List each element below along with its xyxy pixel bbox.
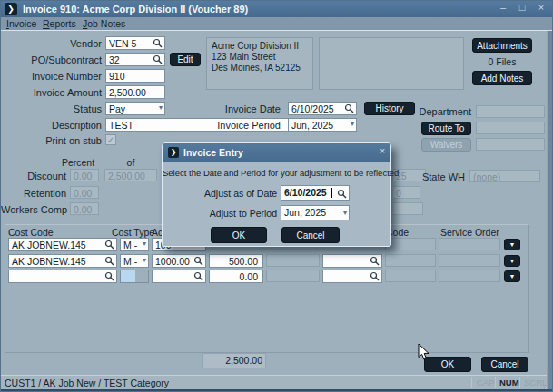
retention-percent-field: 0.00 <box>70 186 99 199</box>
workers-comp-percent-field: 0.00 <box>70 202 99 215</box>
invoice-number-value: 910 <box>109 71 125 82</box>
grid-cell-lookup[interactable] <box>322 270 382 283</box>
department-field <box>476 105 545 118</box>
search-icon[interactable] <box>104 240 114 251</box>
search-icon[interactable] <box>104 256 114 268</box>
grid-cell-account[interactable]: 1000.00 <box>152 254 206 268</box>
num-lock-indicator: NUM <box>499 377 519 387</box>
edit-button[interactable]: Edit <box>170 53 201 66</box>
search-icon[interactable] <box>104 271 114 283</box>
grid-cell-cost-code[interactable] <box>8 270 117 283</box>
state-wh-label: State WH <box>400 172 465 182</box>
state-wh-field: (none) <box>469 170 540 182</box>
attachments-button[interactable]: Attachments <box>472 38 532 53</box>
grid-cell-disabled <box>266 254 320 267</box>
adjust-date-field[interactable]: 6/10/2025 <box>281 185 350 201</box>
discount-label: Discount <box>1 171 66 181</box>
grid-cell-account[interactable] <box>152 270 206 283</box>
route-to-button[interactable]: Route To <box>421 122 471 135</box>
grid-cell-cost-type[interactable]: M -▾ <box>120 254 149 268</box>
app-icon: ❯ <box>168 147 179 158</box>
col-header-cost-type: Cost Type <box>112 227 154 238</box>
row-menu-button[interactable]: ▼ <box>504 239 520 250</box>
chevron-down-icon[interactable]: ▾ <box>143 256 146 264</box>
discount-of-field: 2,500.00 <box>104 169 157 181</box>
chevron-down-icon[interactable]: ▾ <box>143 240 146 248</box>
grid-cell-disabled <box>266 270 320 282</box>
menu-invoice[interactable]: Invoice <box>6 18 36 29</box>
invoice-number-field[interactable]: 910 <box>105 69 165 83</box>
caps-lock-indicator: CAP <box>477 377 495 387</box>
search-icon[interactable] <box>193 271 203 283</box>
invoice-period-label: Invoice Period <box>183 120 281 131</box>
menu-reports[interactable]: Reports <box>43 18 76 29</box>
maximize-icon[interactable]: □ <box>515 2 529 15</box>
col-header-service-order: Service Order <box>440 227 499 238</box>
row-menu-button[interactable]: ▼ <box>504 255 520 267</box>
grid-cell-cost-type-selected[interactable] <box>120 270 149 283</box>
grid-cell-amount[interactable]: 0.00 <box>209 270 263 283</box>
grid-cell-cost-code[interactable]: AK JOBNEW.145 <box>8 238 117 251</box>
app-icon: ❯ <box>5 3 17 15</box>
add-notes-button[interactable]: Add Notes <box>472 71 532 85</box>
waivers-button: Waivers <box>421 138 471 152</box>
chevron-down-icon[interactable]: ▾ <box>159 103 163 112</box>
row-menu-button[interactable]: ▼ <box>504 270 520 282</box>
po-subcontract-field[interactable]: 32 <box>105 53 165 66</box>
status-label: Status <box>1 103 102 114</box>
text-caret <box>331 188 332 198</box>
close-icon[interactable]: × <box>380 146 385 156</box>
search-icon[interactable] <box>344 103 354 115</box>
cancel-button[interactable]: Cancel <box>481 357 528 372</box>
clipped-field: 0 <box>393 186 420 199</box>
minimize-icon[interactable]: – <box>496 2 510 15</box>
percent-header: Percent <box>55 157 101 168</box>
vendor-field[interactable]: VEN 5 <box>105 36 165 50</box>
adjust-period-label: Adjust to Period <box>172 208 277 219</box>
status-context: CUST1 / AK Job New / TEST Category <box>5 377 169 388</box>
workers-comp-label: Workers Comp <box>1 204 66 215</box>
grid-cell-cost-code[interactable]: AK JOBNEW.145 <box>8 254 117 268</box>
print-on-stub-checkbox[interactable]: ✓ <box>105 134 116 145</box>
invoice-date-field[interactable]: 6/10/2025 <box>288 102 357 115</box>
title-bar: ❯ Invoice 910: Acme Corp Division II (Vo… <box>1 1 553 17</box>
dialog-cancel-button[interactable]: Cancel <box>281 227 340 243</box>
grid-cell-service-order <box>439 254 500 267</box>
invoice-number-label: Invoice Number <box>1 71 102 82</box>
remit-to-box <box>319 37 464 90</box>
search-icon[interactable] <box>370 271 380 283</box>
adjust-period-dropdown[interactable]: Jun, 2025 ▾ <box>281 205 350 220</box>
col-header-cost-code: Cost Code <box>8 227 54 238</box>
menu-job-notes[interactable]: Job Notes <box>83 18 125 29</box>
close-icon[interactable]: × <box>534 2 548 15</box>
invoice-amount-field[interactable]: 2,500.00 <box>105 85 165 99</box>
grid-cell-cost-type[interactable]: M -▾ <box>120 238 149 251</box>
status-value: Pay <box>109 103 125 114</box>
invoice-entry-dialog: ❯ Invoice Entry × Select the Date and Pe… <box>162 142 391 247</box>
chevron-down-icon[interactable]: ▾ <box>351 120 354 128</box>
vendor-value: VEN 5 <box>109 38 136 49</box>
dialog-title-bar: ❯ Invoice Entry × <box>163 143 390 162</box>
total-amount: 2,500.00 <box>202 353 266 368</box>
of-header: of <box>108 157 153 168</box>
ok-button[interactable]: OK <box>424 357 471 372</box>
search-icon[interactable] <box>153 54 163 66</box>
search-icon[interactable] <box>153 38 163 50</box>
mouse-cursor <box>418 344 430 365</box>
status-dropdown[interactable]: Pay ▾ <box>105 102 165 115</box>
dialog-ok-button[interactable]: OK <box>211 227 267 243</box>
grid-cell-lookup[interactable] <box>322 254 382 268</box>
search-icon[interactable] <box>337 189 347 201</box>
search-icon[interactable] <box>193 256 203 268</box>
invoice-period-dropdown[interactable]: Jun, 2025 ▾ <box>288 118 357 132</box>
invoice-amount-label: Invoice Amount <box>1 87 102 98</box>
files-count: 0 Files <box>472 56 532 67</box>
search-icon[interactable] <box>370 256 380 268</box>
chevron-down-icon[interactable]: ▾ <box>343 209 347 217</box>
grid-cell-amount[interactable]: 500.00 <box>209 254 263 268</box>
grid-cell-code <box>385 238 436 250</box>
discount-percent-field: 0.00 <box>70 169 99 181</box>
vendor-label: Vendor <box>1 38 102 49</box>
retention-label: Retention <box>1 188 66 199</box>
dialog-message: Select the Date and Period for your adju… <box>163 168 390 178</box>
